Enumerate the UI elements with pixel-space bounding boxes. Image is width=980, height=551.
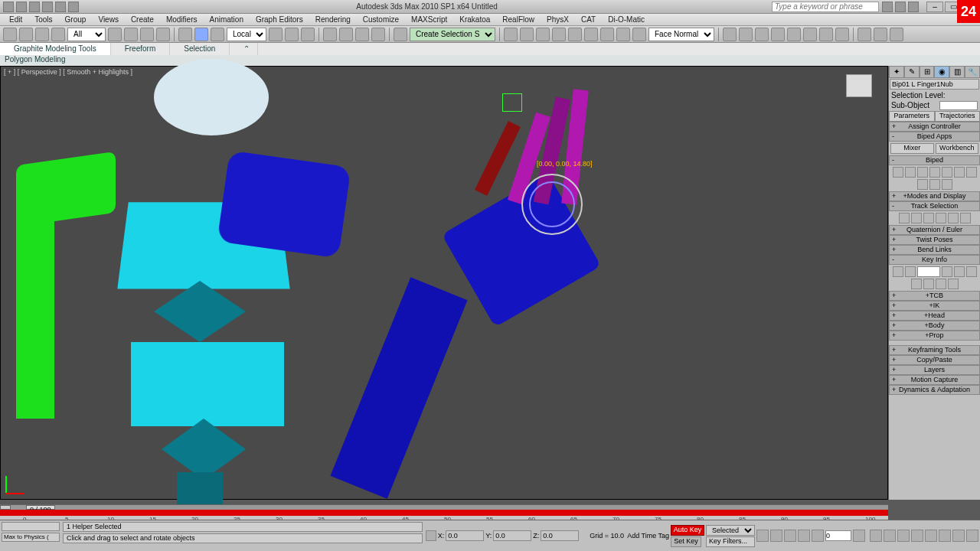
next-key-icon[interactable] (905, 266, 916, 277)
biped-icon-9[interactable] (929, 179, 940, 190)
play-button[interactable] (874, 28, 887, 41)
set-key-button[interactable]: Set Key (671, 536, 701, 547)
menu-cat[interactable]: CAT (577, 15, 600, 24)
biped-icon-6[interactable] (954, 167, 965, 178)
percent-snap-button[interactable] (355, 28, 369, 41)
prev-key-icon[interactable] (893, 266, 903, 277)
track-bar[interactable] (0, 510, 888, 516)
goto-start-button[interactable] (858, 28, 871, 41)
y-coord-input[interactable] (493, 530, 531, 541)
render-button[interactable] (632, 28, 646, 41)
curve-editor-button[interactable] (552, 28, 566, 41)
ribbon-minimize-icon[interactable]: ⌃ (230, 43, 258, 55)
mixer-button[interactable]: Mixer (890, 143, 934, 154)
menu-edit[interactable]: Edit (5, 15, 27, 24)
lock-icon[interactable] (426, 530, 436, 541)
menu-group[interactable]: Group (60, 15, 91, 24)
angle-snap-button[interactable] (339, 28, 353, 41)
goto-end-icon[interactable] (812, 530, 824, 542)
nav-walk-icon[interactable] (884, 530, 896, 542)
menu-create[interactable]: Create (126, 15, 158, 24)
link-button[interactable] (35, 28, 49, 41)
rollout-body[interactable]: +Body (889, 321, 980, 331)
select-region-button[interactable] (140, 28, 154, 41)
help-search-input[interactable] (772, 2, 879, 12)
menu-diomatic[interactable]: Di-O-Matic (603, 15, 649, 24)
comm-center-icon[interactable] (882, 2, 893, 12)
trajectories-tab[interactable]: Trajectories (935, 111, 981, 122)
plugin-btn-4[interactable] (771, 28, 785, 41)
keyboard-shortcut-button[interactable] (301, 28, 315, 41)
rollout-layers[interactable]: Layers (889, 365, 980, 375)
utilities-tab-icon[interactable]: 🔧 (965, 66, 980, 78)
key-icon-5[interactable] (966, 266, 977, 277)
plugin-btn-6[interactable] (803, 28, 817, 41)
menu-realflow[interactable]: RealFlow (498, 15, 539, 24)
biped-icon-8[interactable] (917, 179, 928, 190)
nav-zoom-icon[interactable] (911, 530, 923, 542)
goto-end-button[interactable] (890, 28, 903, 41)
hierarchy-tab-icon[interactable]: ⊞ (920, 66, 935, 78)
menu-grapheditors[interactable]: Graph Editors (251, 15, 308, 24)
sub-object-dropdown[interactable] (939, 101, 978, 110)
plugin-btn-8[interactable] (835, 28, 849, 41)
menu-views[interactable]: Views (93, 15, 123, 24)
motion-tab-icon[interactable]: ◉ (934, 66, 949, 78)
next-frame-icon[interactable] (798, 530, 810, 542)
ref-coord-dropdown[interactable]: Local (227, 28, 266, 41)
use-center-button[interactable] (269, 28, 283, 41)
menu-physx[interactable]: PhysX (542, 15, 573, 24)
named-selection-dropdown[interactable]: Create Selection S (410, 28, 495, 41)
viewport[interactable]: [ + ] [ Perspective ] [ Smooth + Highlig… (0, 66, 888, 500)
play-anim-icon[interactable] (784, 530, 796, 542)
nav-zoomall-icon[interactable] (952, 530, 965, 542)
rollout-dynamics[interactable]: Dynamics & Adaptation (889, 385, 980, 395)
track-icon-4[interactable] (936, 213, 946, 223)
minimize-button[interactable]: – (926, 2, 943, 12)
menu-tools[interactable]: Tools (30, 15, 57, 24)
motion-flow-icon[interactable] (917, 167, 928, 178)
render-setup-button[interactable] (600, 28, 614, 41)
track-icon-3[interactable] (923, 213, 934, 223)
nav-maximize-icon[interactable] (966, 530, 978, 542)
plugin-btn-1[interactable] (723, 28, 737, 41)
move-button[interactable] (178, 28, 192, 41)
time-config-icon[interactable] (853, 530, 865, 542)
rollout-modes-display[interactable]: +Modes and Display (889, 191, 980, 201)
nav-zoomext-icon[interactable] (939, 530, 951, 542)
rollout-keyframing[interactable]: Keyframing Tools (889, 345, 980, 355)
undo-icon[interactable] (55, 2, 66, 12)
edit-named-sel-button[interactable] (394, 28, 407, 41)
mixer-mode-icon[interactable] (929, 167, 940, 178)
rollout-assign-controller[interactable]: Assign Controller (889, 122, 980, 132)
plugin-btn-5[interactable] (787, 28, 801, 41)
nav-orbit-icon[interactable] (897, 530, 910, 542)
schematic-button[interactable] (568, 28, 582, 41)
unlink-button[interactable] (51, 28, 65, 41)
plugin-btn-7[interactable] (819, 28, 833, 41)
favorites-icon[interactable] (895, 2, 906, 12)
plugin-btn-2[interactable] (739, 28, 753, 41)
nav-fov-icon[interactable] (925, 530, 937, 542)
material-editor-button[interactable] (584, 28, 598, 41)
menu-customize[interactable]: Customize (358, 15, 403, 24)
rotate-button[interactable] (194, 28, 208, 41)
new-icon[interactable] (16, 2, 27, 12)
rollout-quaternion[interactable]: Quaternion / Euler (889, 225, 980, 235)
key-mode-dropdown[interactable]: Selected (706, 525, 755, 536)
key-icon-4[interactable] (954, 266, 965, 277)
render-frame-button[interactable] (616, 28, 630, 41)
biped-icon-7[interactable] (966, 167, 977, 178)
current-frame-input[interactable] (825, 530, 851, 541)
layers-button[interactable] (536, 28, 550, 41)
key-icon-7[interactable] (923, 279, 934, 289)
track-icon-2[interactable] (911, 213, 922, 223)
ribbon-tab-freeform[interactable]: Freeform (111, 43, 171, 55)
select-name-button[interactable] (124, 28, 138, 41)
biped-icon-10[interactable] (942, 179, 952, 190)
key-number-input[interactable] (917, 266, 940, 277)
rollout-copypaste[interactable]: Copy/Paste (889, 355, 980, 365)
redo-icon[interactable] (68, 2, 79, 12)
prev-frame-icon[interactable] (770, 530, 782, 542)
rollout-biped[interactable]: Biped (889, 155, 980, 165)
